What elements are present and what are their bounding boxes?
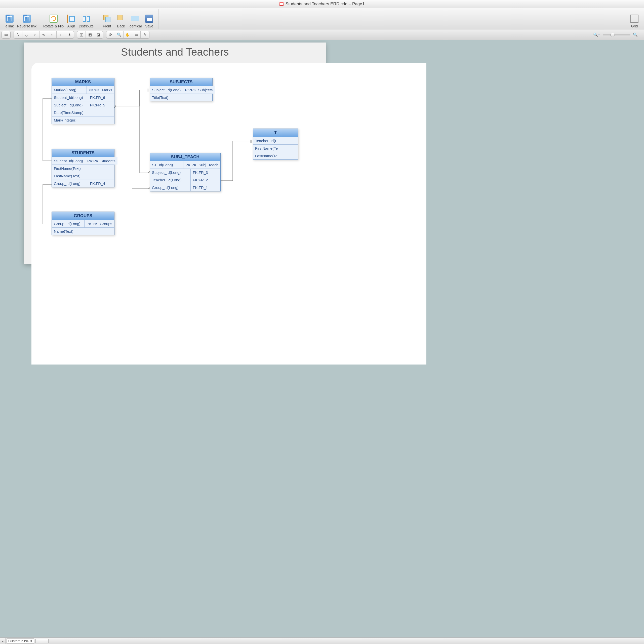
distribute-button[interactable]: Distribute <box>79 9 94 29</box>
entity-subj-teach[interactable]: SUBJ_TEACH ST_Id(Long)PK:PK_Subj_Teach S… <box>150 153 221 191</box>
entity-groups[interactable]: GROUPS Group_Id(Long)PK:PK_Groups Name(T… <box>52 212 114 235</box>
entity-groups-header: GROUPS <box>52 212 114 220</box>
entity-teachers[interactable]: T Teacher_Id(L FirstName(Te LastName(Te <box>253 129 298 160</box>
front-label: Front <box>103 24 111 28</box>
curve-tool[interactable]: ∿ <box>39 31 48 38</box>
stamp-tool[interactable]: ▭ <box>132 31 141 38</box>
eyedropper-tool[interactable]: ✎ <box>141 31 149 38</box>
back-button[interactable]: Back <box>114 9 128 29</box>
cell: Group_Id(Long) <box>150 184 191 191</box>
cell: FK:FR_3 <box>191 169 220 176</box>
grid-icon <box>630 15 638 23</box>
link-icon <box>6 15 14 23</box>
rotate-flip-label: Rotate & Flip <box>43 24 64 28</box>
zoom-slider[interactable] <box>603 34 630 35</box>
snap-a[interactable]: ◫ <box>77 31 86 38</box>
cell: Name(Text) <box>52 228 88 235</box>
arc-tool[interactable]: ◡ <box>22 31 31 38</box>
scroll-left-button[interactable]: ▸ <box>0 638 6 644</box>
cell: FirstName(Text) <box>52 165 88 172</box>
save-label: Save <box>145 24 153 28</box>
multi-tool[interactable]: ✶ <box>65 31 74 38</box>
page-thumbnails[interactable] <box>35 639 48 643</box>
save-button[interactable]: Save <box>143 9 156 29</box>
zoom-controls: 🔍− 🔍+ <box>593 32 642 37</box>
zoom-in-icon[interactable]: 🔍+ <box>633 32 640 37</box>
view-tools-segment: ⟳ 🔍 ✋ ▭ ✎ <box>106 31 149 38</box>
line-tool[interactable]: ╲ <box>14 31 22 38</box>
cell: Student_Id(Long) <box>52 94 88 101</box>
cell: Group_Id(Long) <box>52 180 88 187</box>
find-tool[interactable]: 🔍 <box>115 31 124 38</box>
rotate-icon <box>50 15 58 23</box>
snap-b[interactable]: ◩ <box>86 31 94 38</box>
grid-button[interactable]: Grid <box>628 9 641 29</box>
cell: FK:FR_5 <box>88 101 114 109</box>
pan-tool[interactable]: ✋ <box>124 31 132 38</box>
cell: Teacher_Id(Long) <box>150 176 191 184</box>
entity-subj-teach-header: SUBJ_TEACH <box>150 153 220 161</box>
align-button[interactable]: Align <box>65 9 78 29</box>
identical-icon <box>131 15 139 23</box>
reverse-link-label: Reverse link <box>17 24 36 28</box>
cell: Mark(Integer) <box>52 116 88 124</box>
rotate-flip-button[interactable]: Rotate & Flip <box>43 9 64 29</box>
cell <box>186 94 212 101</box>
save-icon <box>145 15 153 23</box>
document-icon <box>279 2 284 6</box>
page-thumb[interactable] <box>40 639 44 643</box>
cell: Subject_Id(Long) <box>150 169 191 176</box>
cell: FK:FR_1 <box>191 184 220 191</box>
entity-subjects[interactable]: SUBJECTS Subject_Id(Long)PK:PK_Subjects … <box>150 78 213 101</box>
diagram-page[interactable]: Students and Teachers <box>24 43 326 264</box>
snap-c[interactable]: ◪ <box>94 31 103 38</box>
vh-tool[interactable]: ↕ <box>57 31 65 38</box>
cell: Date(TimeStamp) <box>52 109 88 116</box>
refresh-tool[interactable]: ⟳ <box>106 31 115 38</box>
zoom-out-icon[interactable]: 🔍− <box>593 32 600 37</box>
pointer-tool[interactable]: ▭ <box>2 31 10 38</box>
ribbon-toolbar: e link Reverse link Rotate & Flip Align … <box>0 8 644 29</box>
snap-tools-segment: ◫ ◩ ◪ <box>77 31 103 38</box>
zoom-level-field[interactable]: Custom 61% ▲▼ <box>7 638 34 643</box>
zoom-stepper[interactable]: ▲▼ <box>30 639 32 643</box>
status-bar: ▸ Custom 61% ▲▼ <box>0 637 644 644</box>
elbow-tool[interactable]: ⌐ <box>31 31 39 38</box>
identical-label: Identical <box>129 24 142 28</box>
distribute-label: Distribute <box>79 24 94 28</box>
reverse-link-button[interactable]: Reverse link <box>17 9 36 29</box>
reverse-link-icon <box>23 15 31 23</box>
back-label: Back <box>117 24 125 28</box>
shape-tools-segment: ▭ <box>2 31 11 38</box>
cell <box>88 228 114 235</box>
zoom-level-label: Custom 61% <box>8 639 28 643</box>
workspace[interactable]: Students and Teachers <box>0 40 644 637</box>
cell: Title(Text) <box>150 94 186 101</box>
page-thumb[interactable] <box>35 639 40 643</box>
diagram-title: Students and Teachers <box>24 46 326 58</box>
connector-tools-segment: ╲ ◡ ⌐ ∿ ↔ ↕ ✶ <box>14 31 74 38</box>
hv-tool[interactable]: ↔ <box>48 31 57 38</box>
link-button[interactable]: e link <box>3 9 16 29</box>
entity-students-header: STUDENTS <box>52 149 114 157</box>
cell: Subject_Id(Long) <box>150 86 183 94</box>
send-back-icon <box>117 15 125 23</box>
cell: PK:PK_Subj_Teach <box>183 161 220 169</box>
cell <box>88 109 114 116</box>
cell: FirstName(Te <box>253 145 298 152</box>
page-thumb[interactable] <box>44 639 49 643</box>
cell <box>88 172 114 180</box>
cell: LastName(Text) <box>52 172 88 180</box>
cell: FK:FR_6 <box>88 94 114 101</box>
link-label: e link <box>6 24 14 28</box>
cell: FK:FR_2 <box>191 176 220 184</box>
align-icon <box>67 15 75 23</box>
cell: ST_Id(Long) <box>150 161 183 169</box>
entity-students[interactable]: STUDENTS Student_Id(Long)PK:PK_Students … <box>52 149 114 187</box>
front-button[interactable]: Front <box>100 9 113 29</box>
identical-button[interactable]: Identical <box>129 9 142 29</box>
distribute-icon <box>82 15 90 23</box>
cell: LastName(Te <box>253 152 298 159</box>
entity-marks[interactable]: MARKS MarkId(Long)PK:PK_Marks Student_Id… <box>52 78 114 124</box>
cell: PK:PK_Students <box>85 157 117 165</box>
